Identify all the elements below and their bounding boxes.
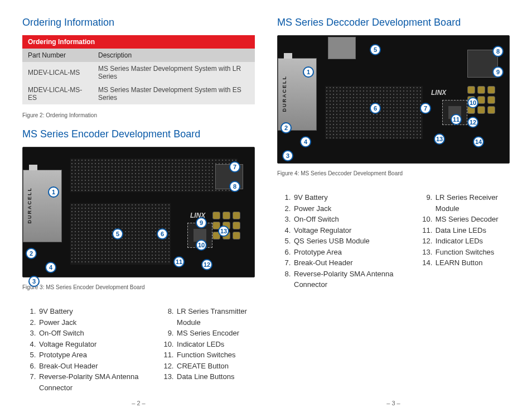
- marker-4: 4: [45, 262, 56, 273]
- marker-10: 10: [196, 239, 207, 251]
- marker-13: 13: [434, 133, 445, 145]
- legend-item: MS Series Decoder: [434, 214, 510, 225]
- legend-item: Voltage Regulator: [293, 225, 408, 236]
- decoder-legend: 9V Battery Power Jack On-Off Switch Volt…: [277, 192, 510, 290]
- encoder-legend-col1: 9V Battery Power Jack On-Off Switch Volt…: [22, 306, 149, 393]
- legend-item: Data Line Buttons: [176, 371, 255, 382]
- marker-11: 11: [451, 114, 462, 125]
- legend-item: Power Jack: [293, 203, 408, 214]
- prototype-area-icon: [70, 159, 238, 192]
- legend-item: On-Off Switch: [38, 328, 149, 339]
- heading-encoder-board: MS Series Encoder Development Board: [22, 128, 255, 140]
- legend-item: Voltage Regulator: [38, 339, 149, 350]
- battery-icon: DURACELL: [23, 170, 62, 242]
- marker-8: 8: [229, 181, 240, 192]
- marker-13: 13: [218, 226, 229, 237]
- usb-module-icon: [328, 37, 356, 59]
- legend-item: Prototype Area: [293, 247, 408, 258]
- marker-14: 14: [473, 136, 484, 147]
- encoder-legend-col2: LR Series Transmitter Module MS Series E…: [160, 306, 255, 393]
- ordering-row-pn: MDEV-LICAL-MS: [22, 62, 93, 83]
- legend-item: Prototype Area: [38, 349, 149, 361]
- legend-item: MS Series Encoder: [176, 328, 255, 339]
- marker-8: 8: [492, 46, 504, 57]
- marker-2: 2: [26, 248, 37, 259]
- marker-11: 11: [173, 256, 185, 267]
- legend-item: Reverse-Polarity SMA Antenna Connector: [293, 269, 408, 290]
- legend-item: Break-Out Header: [293, 257, 408, 269]
- legend-item: Indicator LEDs: [176, 339, 255, 350]
- marker-10: 10: [467, 97, 478, 108]
- page-number: – 2 –: [22, 393, 255, 406]
- legend-item: LEARN Button: [434, 257, 510, 269]
- ordering-col-partnumber: Part Number: [22, 49, 93, 62]
- marker-9: 9: [196, 217, 207, 228]
- ordering-col-description: Description: [93, 49, 255, 62]
- marker-12: 12: [467, 117, 478, 128]
- marker-7: 7: [229, 161, 240, 173]
- ordering-table-title: Ordering Information: [22, 35, 255, 49]
- ordering-row-desc: MS Series Master Development System with…: [93, 62, 255, 83]
- marker-1: 1: [48, 186, 59, 198]
- encoder-legend: 9V Battery Power Jack On-Off Switch Volt…: [22, 306, 255, 393]
- ordering-table: Ordering Information Part Number Descrip…: [22, 35, 255, 104]
- marker-12: 12: [201, 259, 212, 270]
- page-2: Ordering Information Ordering Informatio…: [22, 17, 255, 406]
- legend-item: LR Series Transmitter Module: [176, 306, 255, 328]
- legend-item: 9V Battery: [293, 192, 408, 203]
- battery-label: DURACELL: [27, 187, 32, 224]
- marker-3: 3: [282, 150, 293, 161]
- decoder-legend-col1: 9V Battery Power Jack On-Off Switch Volt…: [277, 192, 408, 290]
- legend-item: Power Jack: [38, 317, 149, 328]
- ordering-row-desc: MS Series Master Development System with…: [93, 83, 255, 104]
- marker-6: 6: [157, 228, 168, 239]
- figure-3-caption: Figure 3: MS Series Encoder Development …: [22, 284, 255, 290]
- marker-2: 2: [280, 122, 292, 133]
- heading-ordering: Ordering Information: [22, 17, 255, 28]
- legend-item: LR Series Receiver Module: [434, 192, 510, 214]
- legend-item: QS Series USB Module: [293, 236, 408, 247]
- figure-2-caption: Figure 2: Ordering Information: [22, 112, 255, 118]
- legend-item: Break-Out Header: [38, 361, 149, 372]
- marker-6: 6: [370, 103, 381, 114]
- marker-4: 4: [300, 136, 311, 147]
- legend-item: Function Switches: [176, 349, 255, 361]
- marker-3: 3: [28, 276, 40, 287]
- legend-item: Data Line LEDs: [434, 225, 510, 236]
- marker-7: 7: [420, 103, 431, 114]
- legend-item: Reverse-Polarity SMA Antenna Connector: [38, 371, 149, 393]
- ordering-row-pn: MDEV-LICAL-MS-ES: [22, 83, 93, 104]
- legend-item: Indicator LEDs: [434, 236, 510, 247]
- marker-5: 5: [370, 44, 381, 55]
- legend-item: Function Switches: [434, 247, 510, 258]
- marker-9: 9: [492, 66, 504, 78]
- legend-item: CREATE Button: [176, 361, 255, 372]
- linx-logo: LINX: [431, 89, 446, 97]
- decoder-board-image: DURACELL LINX 1 2 3 4 5 6 7 8 9 10 11 12…: [277, 35, 510, 164]
- encoder-board-image: DURACELL LINX 1 2 3 4 5 6 7 8 9 10 11 12…: [22, 147, 255, 277]
- legend-item: 9V Battery: [38, 306, 149, 317]
- decoder-legend-col2: LR Series Receiver Module MS Series Deco…: [419, 192, 510, 290]
- legend-item: On-Off Switch: [293, 214, 408, 225]
- battery-label: DURACELL: [282, 75, 287, 112]
- page-3: MS Series Deccoder Development Board DUR…: [277, 17, 510, 406]
- marker-5: 5: [112, 228, 123, 239]
- figure-4-caption: Figure 4: MS Series Deccoder Development…: [277, 170, 510, 176]
- heading-decoder-board: MS Series Deccoder Development Board: [277, 17, 510, 28]
- marker-1: 1: [303, 66, 314, 78]
- page-number: – 3 –: [277, 393, 510, 406]
